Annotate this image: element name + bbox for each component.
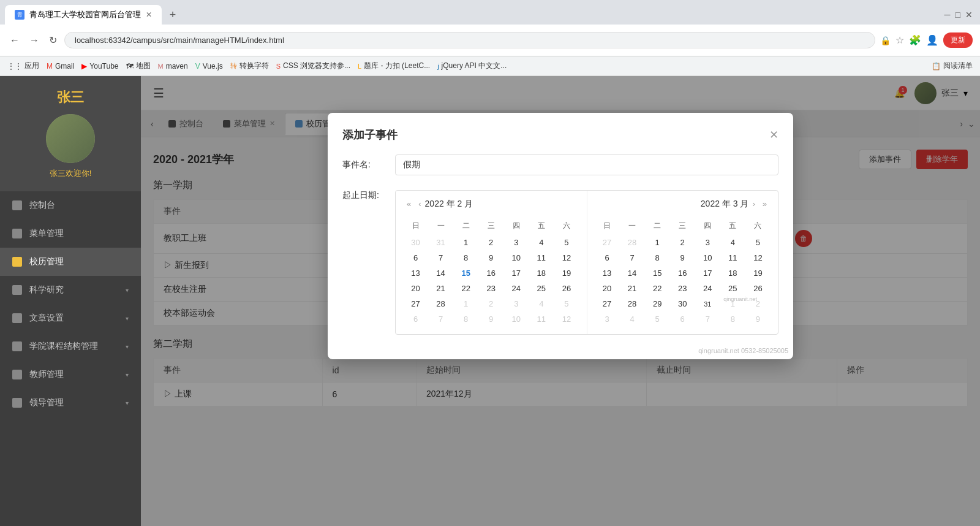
cal-day[interactable]: 15	[645, 265, 670, 281]
sidebar-item-teachers[interactable]: 教师管理 ▾	[0, 360, 141, 389]
bookmark-readlist[interactable]: 📋 阅读清单	[932, 61, 973, 71]
cal-day[interactable]: 7	[620, 250, 645, 265]
cal-day[interactable]: 27	[595, 235, 620, 250]
cal-day[interactable]: 5	[645, 311, 670, 327]
cal-day[interactable]: 27	[595, 296, 620, 311]
cal-day[interactable]: 9	[478, 311, 503, 327]
bookmark-maven[interactable]: M maven	[158, 62, 188, 71]
cal-day[interactable]: 29	[645, 296, 670, 311]
event-name-input[interactable]	[395, 154, 778, 175]
cal-day[interactable]: 28	[620, 296, 645, 311]
cal-day[interactable]: 20	[595, 281, 620, 296]
cal-day[interactable]: 5	[554, 235, 579, 250]
reload-button[interactable]: ↻	[47, 32, 59, 48]
cal-day[interactable]: 16	[670, 265, 695, 281]
cal-day[interactable]: 6	[403, 311, 428, 327]
cal-day[interactable]: 31	[428, 235, 453, 250]
cal-day[interactable]: 14	[428, 265, 453, 281]
cal-day[interactable]: 28	[428, 296, 453, 311]
cal-day[interactable]: 2	[478, 235, 503, 250]
cal-day[interactable]: 19	[745, 265, 771, 281]
cal-day[interactable]: 3	[595, 311, 620, 327]
cal-day[interactable]: 16	[478, 265, 503, 281]
cal-day[interactable]: 24	[695, 281, 720, 296]
cal-day[interactable]: 17	[503, 265, 529, 281]
cal-prev-button[interactable]: ‹	[415, 198, 424, 210]
cal-day[interactable]: 4	[720, 235, 745, 250]
sidebar-item-calendar[interactable]: 校历管理	[0, 248, 141, 276]
new-tab-button[interactable]: +	[164, 6, 181, 23]
cal-day[interactable]: 9	[745, 311, 771, 327]
close-button[interactable]: ✕	[965, 10, 973, 20]
cal-day-today[interactable]: 15	[453, 265, 478, 281]
cal-day[interactable]: 6	[595, 250, 620, 265]
cal-day[interactable]: 12	[745, 250, 771, 265]
cal-day[interactable]: 2	[670, 235, 695, 250]
bookmark-convert[interactable]: 转 转换字符	[230, 61, 269, 71]
minimize-button[interactable]: ─	[944, 10, 951, 20]
bookmark-youtube[interactable]: ▶ YouTube	[81, 62, 118, 71]
active-tab[interactable]: 青 青岛理工大学校园官网后台管理 ✕	[5, 5, 162, 25]
maximize-button[interactable]: □	[956, 10, 960, 20]
cal-day[interactable]: 13	[595, 265, 620, 281]
sidebar-item-courses[interactable]: 学院课程结构管理 ▾	[0, 332, 141, 360]
cal-day[interactable]: 11	[529, 250, 554, 265]
cal-day[interactable]: 27	[403, 296, 428, 311]
cal-day[interactable]: 8	[645, 250, 670, 265]
cal-day[interactable]: 4	[529, 235, 554, 250]
cal-day[interactable]: 22	[645, 281, 670, 296]
cal-day[interactable]: 11	[529, 311, 554, 327]
cal-day[interactable]: 21	[620, 281, 645, 296]
cal-day[interactable]: 6	[403, 250, 428, 265]
cal-day[interactable]: 9	[478, 250, 503, 265]
cal-day[interactable]: 1	[453, 235, 478, 250]
cal-day[interactable]: 20	[403, 281, 428, 296]
tab-close-icon[interactable]: ✕	[146, 10, 152, 19]
address-input[interactable]	[64, 32, 875, 48]
cal-day[interactable]: 25	[529, 281, 554, 296]
date-picker[interactable]: « ‹ 2022 年 2 月 日	[395, 190, 778, 335]
cal-day[interactable]: 4	[620, 311, 645, 327]
extensions-icon[interactable]: 🧩	[909, 34, 921, 46]
cal-day[interactable]: 12	[554, 311, 579, 327]
bookmark-apps[interactable]: ⋮⋮ 应用	[7, 61, 39, 71]
sidebar-item-menu[interactable]: 菜单管理	[0, 219, 141, 248]
cal-day[interactable]: 30	[403, 235, 428, 250]
cal-day[interactable]: 17	[695, 265, 720, 281]
cal-day[interactable]: 7	[428, 311, 453, 327]
sidebar-item-leaders[interactable]: 领导管理 ▾	[0, 389, 141, 417]
cal-day[interactable]: 10	[503, 311, 529, 327]
cal-day[interactable]: 10	[695, 250, 720, 265]
cal-day[interactable]: 22	[453, 281, 478, 296]
cal-day[interactable]: 30	[670, 296, 695, 311]
cal-day[interactable]: 13	[403, 265, 428, 281]
bookmark-vue[interactable]: V Vue.js	[195, 62, 223, 71]
sidebar-item-dashboard[interactable]: 控制台	[0, 191, 141, 219]
sidebar-item-articles[interactable]: 文章设置 ▾	[0, 304, 141, 332]
cal-day[interactable]: 7	[695, 311, 720, 327]
cal-day[interactable]: 8	[453, 250, 478, 265]
forward-button[interactable]: →	[27, 32, 42, 48]
cal-day[interactable]: 2	[478, 296, 503, 311]
star-icon[interactable]: ☆	[895, 34, 904, 46]
cal-day[interactable]: 26	[554, 281, 579, 296]
cal-day[interactable]: 25	[720, 281, 745, 296]
cal-next-next-button[interactable]: »	[759, 198, 771, 210]
cal-day[interactable]: 28	[620, 235, 645, 250]
back-button[interactable]: ←	[7, 32, 22, 48]
account-icon[interactable]: 👤	[926, 34, 938, 46]
bookmark-gmail[interactable]: M Gmail	[47, 62, 74, 71]
bookmark-leetcode[interactable]: L 题库 - 力扣 (LeetC...	[358, 61, 430, 71]
cal-day[interactable]: 8	[720, 311, 745, 327]
cal-day[interactable]: 3	[695, 235, 720, 250]
cal-day[interactable]: 1	[453, 296, 478, 311]
cal-day[interactable]: 4	[529, 296, 554, 311]
cal-day[interactable]: 23	[478, 281, 503, 296]
cal-day[interactable]: 5	[745, 235, 771, 250]
modal-close-button[interactable]: ✕	[769, 137, 778, 142]
cal-day[interactable]: 7	[428, 250, 453, 265]
cal-day[interactable]: 12	[554, 250, 579, 265]
cal-day[interactable]: 3	[503, 235, 529, 250]
cal-day[interactable]: 9	[670, 250, 695, 265]
bookmark-map[interactable]: 🗺 地图	[126, 61, 151, 71]
